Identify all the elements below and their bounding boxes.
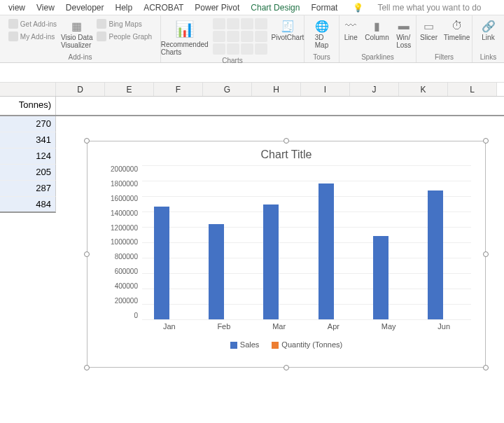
chart-type-icon[interactable] (213, 43, 225, 55)
col-header[interactable]: H (252, 83, 301, 96)
chart-object[interactable]: Chart Title 2000000180000016000001400000… (87, 141, 486, 368)
chart-type-icon[interactable] (213, 31, 225, 42)
bar[interactable] (154, 207, 169, 319)
chart-type-icon[interactable] (227, 18, 239, 29)
col-header[interactable]: I (301, 83, 350, 96)
bar[interactable] (318, 183, 334, 319)
chart-type-icon[interactable] (255, 31, 267, 42)
legend-item[interactable]: Quantity (Tonnes) (272, 340, 342, 349)
resize-handle[interactable] (84, 365, 90, 370)
tell-me-input[interactable]: Tell me what you want to do (372, 3, 486, 13)
group-filters: ▭Slicer ⏱Timeline Filters (416, 15, 472, 62)
chart-plot-area[interactable]: 2000000180000016000001400000120000010000… (142, 165, 471, 319)
data-cell[interactable]: 270 (0, 116, 56, 132)
group-label: Links (480, 53, 496, 61)
resize-handle[interactable] (284, 365, 289, 370)
menu-item-chart-design[interactable]: Chart Design (245, 3, 305, 13)
timeline-button[interactable]: ⏱Timeline (444, 18, 470, 41)
menu-item[interactable]: Power Pivot (189, 3, 245, 13)
resize-handle[interactable] (84, 138, 90, 144)
chart-type-icon[interactable] (241, 43, 253, 55)
bar[interactable] (209, 224, 224, 319)
col-header[interactable]: D (56, 83, 105, 96)
data-cell[interactable]: 124 (0, 148, 56, 165)
chart-bars[interactable] (142, 165, 471, 319)
chart-legend[interactable]: Sales Quantity (Tonnes) (88, 340, 485, 349)
data-cell[interactable]: 341 (0, 132, 56, 148)
group-label: Charts (222, 56, 242, 64)
column-icon: ▮ (370, 18, 385, 34)
group-charts: 📊Recommended Charts 🧾PivotChart Charts (161, 15, 304, 62)
bing-icon (97, 19, 106, 29)
y-axis-labels: 2000000180000016000001400000120000010000… (102, 165, 138, 319)
lightbulb-icon: 💡 (347, 3, 369, 13)
timeline-icon: ⏱ (449, 18, 465, 34)
col-header[interactable]: E (105, 83, 154, 96)
chart-type-icon[interactable] (241, 18, 253, 29)
worksheet[interactable]: D E F G H I J K L Tonnes) 270 341 124 20… (0, 83, 504, 423)
data-cell[interactable]: 287 (0, 181, 56, 197)
pivotchart-button[interactable]: 🧾PivotChart (272, 18, 304, 41)
col-header[interactable]: L (448, 83, 497, 96)
header-cell[interactable]: Tonnes) (0, 97, 56, 115)
link-icon: 🔗 (481, 18, 496, 34)
resize-handle[interactable] (483, 138, 489, 144)
sparkline-line-button[interactable]: 〰Line (341, 18, 360, 41)
sparkline-winloss-button[interactable]: ▬Win/ Loss (393, 18, 414, 49)
column-headers: D E F G H I J K L (0, 83, 504, 97)
visio-button[interactable]: ▦Visio Data Visualizer (61, 18, 92, 49)
winloss-icon: ▬ (396, 18, 412, 34)
menu-item[interactable]: view (3, 3, 31, 13)
chart-type-icon[interactable] (255, 43, 267, 55)
recommended-charts-button[interactable]: 📊Recommended Charts (161, 18, 209, 56)
chart-type-icon[interactable] (227, 43, 239, 55)
chart-type-icon[interactable] (255, 18, 267, 29)
col-header[interactable]: J (350, 83, 399, 96)
store-icon (8, 19, 18, 29)
resize-handle[interactable] (483, 365, 489, 370)
chart-type-icon[interactable] (227, 31, 239, 42)
slicer-button[interactable]: ▭Slicer (419, 18, 440, 41)
globe-icon: 🌐 (314, 18, 330, 34)
menu-item[interactable]: ACROBAT (138, 3, 189, 13)
bar[interactable] (428, 190, 443, 319)
bar[interactable] (373, 236, 388, 319)
chart-type-grid[interactable] (213, 18, 267, 55)
3dmap-button[interactable]: 🌐3D Map (308, 18, 336, 49)
menu-item[interactable]: Developer (60, 3, 110, 13)
group-label: Filters (435, 53, 454, 61)
bar[interactable] (263, 204, 279, 319)
visio-icon: ▦ (69, 18, 85, 34)
data-cell[interactable]: 205 (0, 165, 56, 181)
legend-swatch-icon (230, 342, 237, 349)
group-tours: 🌐3D Map Tours (304, 15, 340, 62)
my-addins-button[interactable]: My Add-ins (8, 31, 57, 42)
menu-item[interactable]: Format (305, 3, 343, 13)
legend-item[interactable]: Sales (230, 340, 260, 349)
group-label: Add-ins (69, 53, 92, 61)
col-header[interactable] (0, 83, 56, 96)
link-button[interactable]: 🔗Link (478, 18, 499, 41)
chart-type-icon[interactable] (241, 31, 253, 42)
menu-item[interactable]: Help (110, 3, 139, 13)
chart-type-icon[interactable] (213, 18, 225, 29)
col-header[interactable]: F (154, 83, 203, 96)
x-axis-labels: JanFebMarAprMayJun (142, 322, 471, 331)
line-icon: 〰 (343, 18, 358, 34)
menu-bar: view View Developer Help ACROBAT Power P… (0, 0, 504, 15)
col-header[interactable]: K (399, 83, 448, 96)
col-header[interactable]: G (203, 83, 252, 96)
resize-handle[interactable] (483, 251, 489, 257)
data-cell[interactable]: 484 (0, 197, 56, 213)
sparkline-column-button[interactable]: ▮Column (365, 18, 388, 41)
resize-handle[interactable] (284, 138, 289, 144)
bing-maps-button[interactable]: Bing Maps (97, 18, 152, 29)
addins-icon (8, 32, 18, 41)
slicer-icon: ▭ (421, 18, 437, 34)
chart-title[interactable]: Chart Title (88, 141, 485, 165)
menu-item[interactable]: View (31, 3, 60, 13)
ribbon: Get Add-ins My Add-ins ▦Visio Data Visua… (0, 15, 504, 63)
people-graph-button[interactable]: People Graph (97, 31, 152, 42)
get-addins-button[interactable]: Get Add-ins (8, 18, 57, 29)
resize-handle[interactable] (84, 251, 90, 257)
